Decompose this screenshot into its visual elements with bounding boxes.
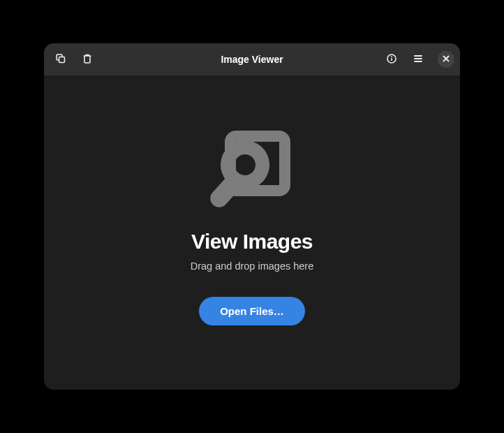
svg-rect-0: [59, 57, 65, 62]
close-icon: [442, 54, 450, 65]
app-window: Image Viewer: [44, 43, 460, 390]
titlebar-left: [50, 48, 221, 71]
menu-button[interactable]: [407, 48, 429, 71]
open-files-button[interactable]: Open Files…: [199, 297, 305, 325]
copy-button[interactable]: [50, 48, 72, 71]
hamburger-icon: [413, 53, 424, 66]
titlebar: Image Viewer: [44, 43, 460, 75]
info-button[interactable]: [380, 48, 403, 71]
svg-point-3: [391, 56, 392, 57]
image-magnifier-icon: [207, 126, 297, 213]
titlebar-right: [283, 48, 454, 71]
info-icon: [386, 53, 397, 66]
close-button[interactable]: [438, 51, 454, 68]
trash-icon: [82, 53, 93, 66]
delete-button[interactable]: [76, 48, 98, 71]
window-title: Image Viewer: [221, 54, 283, 65]
empty-state-subheading: Drag and drop images here: [191, 260, 314, 272]
empty-state-heading: View Images: [191, 230, 313, 254]
copy-icon: [55, 53, 66, 66]
empty-state: View Images Drag and drop images here Op…: [44, 75, 460, 390]
